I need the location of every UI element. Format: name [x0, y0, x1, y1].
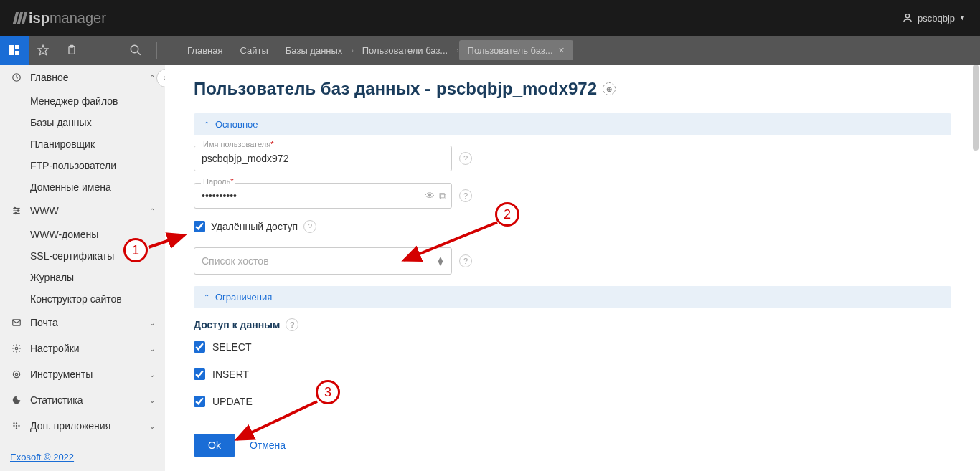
- chevron-up-icon: ⌃: [204, 120, 209, 128]
- close-icon[interactable]: ×: [559, 44, 565, 56]
- username-label: Имя пользователя*: [201, 140, 275, 148]
- tool-star-icon[interactable]: [29, 36, 57, 65]
- annotation-2: 2: [495, 202, 519, 227]
- sidebar-section-settings[interactable]: Настройки ⌄: [0, 336, 165, 361]
- page-title-prefix: Пользователь баз данных -: [194, 79, 430, 99]
- logo-text-bold: isp: [29, 10, 50, 27]
- sidebar-section-label: WWW: [30, 205, 59, 217]
- chevron-down-icon: ⌄: [149, 422, 155, 430]
- sidebar-footer: Exosoft © 2022: [0, 443, 165, 471]
- scrollbar[interactable]: [973, 65, 979, 151]
- svg-point-13: [14, 207, 16, 209]
- username-input[interactable]: [194, 146, 452, 171]
- eye-icon[interactable]: 👁: [425, 190, 435, 202]
- sidebar-section-www[interactable]: WWW ⌃: [0, 198, 165, 224]
- svg-line-31: [237, 401, 317, 439]
- perm-label: SELECT: [212, 341, 251, 353]
- remote-access-checkbox[interactable]: [194, 221, 205, 232]
- svg-line-29: [404, 222, 497, 260]
- sidebar-item-databases[interactable]: Базы данных: [0, 112, 165, 133]
- logo-text-light: manager: [50, 10, 106, 27]
- password-label: Пароль*: [201, 177, 235, 186]
- svg-point-23: [16, 425, 17, 427]
- help-icon[interactable]: ?: [459, 189, 472, 202]
- svg-point-21: [16, 422, 17, 424]
- perm-select-checkbox[interactable]: [194, 341, 205, 353]
- help-icon[interactable]: ?: [303, 220, 316, 233]
- sidebar-item-filemanager[interactable]: Менеджер файлов: [0, 90, 165, 112]
- sidebar-item-domains[interactable]: Доменные имена: [0, 176, 165, 198]
- svg-point-25: [16, 427, 17, 429]
- page-title-name: pscbqbjp_modx972: [436, 79, 597, 99]
- perm-insert-checkbox[interactable]: [194, 368, 205, 380]
- sidebar-section-stats[interactable]: Статистика ⌄: [0, 387, 165, 413]
- footer-link[interactable]: Exosoft © 2022: [10, 452, 74, 462]
- host-list-placeholder: Список хостов: [202, 255, 269, 267]
- user-icon: [902, 12, 913, 24]
- crumb-sites[interactable]: Сайты: [231, 41, 276, 60]
- crumb-current-label: Пользователь баз...: [468, 45, 553, 56]
- svg-line-8: [137, 52, 141, 55]
- gear-icon: [10, 369, 23, 379]
- chevron-down-icon: ⌄: [149, 371, 155, 379]
- search-button[interactable]: [129, 42, 157, 59]
- sidebar-section-label: Статистика: [30, 394, 83, 406]
- section-restrict-header[interactable]: ⌃ Ограничения: [194, 286, 951, 308]
- mail-icon: [10, 318, 23, 328]
- section-restrict-label: Ограничения: [215, 292, 272, 303]
- chevron-down-icon: ⌄: [149, 319, 155, 327]
- tool-clipboard-icon[interactable]: [57, 36, 86, 65]
- apps-icon: [10, 421, 23, 431]
- annotation-3: 3: [316, 380, 340, 404]
- svg-point-14: [17, 210, 19, 211]
- user-menu[interactable]: pscbqbjp ▼: [902, 12, 966, 24]
- annotation-arrow-1: [147, 229, 190, 251]
- sidebar-section-label: Инструменты: [30, 368, 93, 380]
- sidebar-item-sitebuilder[interactable]: Конструктор сайтов: [0, 288, 165, 310]
- tool-layout-icon[interactable]: [0, 36, 29, 65]
- sidebar-section-mail[interactable]: Почта ⌄: [0, 310, 165, 336]
- username-label: pscbqbjp: [918, 13, 955, 24]
- crumb-home[interactable]: Главная: [179, 41, 231, 60]
- dashboard-icon: [10, 72, 23, 82]
- annotation-arrow-3: [230, 398, 323, 448]
- svg-point-7: [131, 45, 138, 53]
- search-icon: [129, 44, 142, 57]
- svg-rect-3: [15, 51, 19, 55]
- breadcrumb: Главная Сайты Базы данных › Пользователи…: [179, 40, 573, 60]
- sidebar-section-label: Главное: [30, 72, 69, 83]
- sidebar-section-main[interactable]: Главное ⌃: [0, 65, 165, 90]
- crumb-current[interactable]: Пользователь баз... ×: [459, 40, 573, 60]
- perm-update-checkbox[interactable]: [194, 396, 205, 407]
- globe-icon: ⊕: [603, 82, 616, 95]
- chevron-down-icon: ▼: [959, 14, 966, 22]
- svg-point-17: [15, 347, 18, 350]
- sidebar-section-label: Почта: [30, 317, 58, 328]
- password-input[interactable]: [194, 183, 452, 209]
- sidebar-item-scheduler[interactable]: Планировщик: [0, 133, 165, 155]
- chevron-up-icon: ⌃: [204, 293, 209, 301]
- sidebar-item-ftpusers[interactable]: FTP-пользователи: [0, 155, 165, 176]
- chevron-up-icon: ⌃: [149, 74, 155, 82]
- chevron-down-icon: ⌄: [149, 345, 155, 353]
- sidebar-section-tools[interactable]: Инструменты ⌄: [0, 361, 165, 387]
- chevron-down-icon: ⌄: [149, 396, 155, 404]
- data-access-title: Доступ к данным ?: [194, 318, 951, 331]
- help-icon[interactable]: ?: [459, 152, 472, 165]
- svg-point-20: [13, 422, 14, 424]
- moon-icon: [10, 395, 23, 405]
- svg-marker-4: [38, 45, 47, 54]
- copy-icon[interactable]: ⧉: [439, 190, 446, 202]
- annotation-arrow-2: [397, 219, 504, 269]
- help-icon[interactable]: ?: [286, 318, 298, 331]
- sidebar-item-logs[interactable]: Журналы: [0, 267, 165, 288]
- settings-icon: [10, 343, 23, 353]
- sliders-icon: [10, 206, 23, 216]
- sidebar-section-apps[interactable]: Доп. приложения ⌄: [0, 413, 165, 439]
- sidebar-section-label: Настройки: [30, 343, 80, 354]
- crumb-databases[interactable]: Базы данных: [277, 41, 352, 60]
- svg-point-15: [15, 212, 17, 214]
- svg-point-18: [13, 371, 19, 377]
- section-main-header[interactable]: ⌃ Основное: [194, 113, 951, 135]
- crumb-dbusers[interactable]: Пользователи баз...: [354, 41, 457, 60]
